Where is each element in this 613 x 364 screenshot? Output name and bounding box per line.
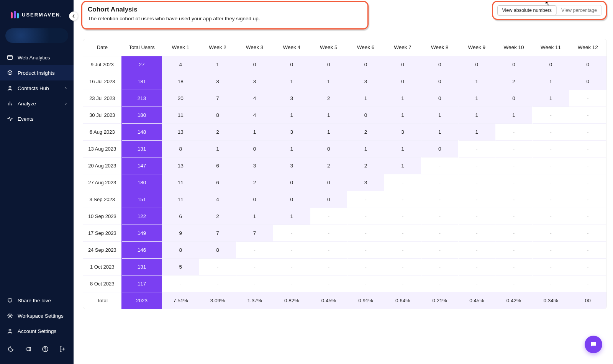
- footer-week: 0.45%: [458, 292, 495, 309]
- cell-total: 180: [121, 174, 162, 191]
- collapse-sidebar-button[interactable]: [69, 11, 78, 21]
- nav-label: Events: [18, 116, 33, 122]
- cell-week: 0: [384, 73, 421, 90]
- cell-week: 1: [236, 208, 273, 225]
- cell-week: 0: [495, 56, 533, 73]
- cell-week: 0: [421, 90, 458, 107]
- cell-week: 6: [199, 174, 236, 191]
- cell-total: 27: [121, 56, 162, 73]
- cell-week: 3: [236, 73, 273, 90]
- cell-week: -: [495, 191, 533, 208]
- cell-week: 2: [495, 73, 533, 90]
- cell-week: -: [532, 208, 569, 225]
- cell-week: 9: [162, 225, 199, 241]
- cell-week: 3: [347, 174, 384, 191]
- table-row: 3 Sep 2023151114000-------: [83, 191, 606, 208]
- cell-week: -: [347, 191, 384, 208]
- cell-week: -: [421, 157, 458, 174]
- cell-week: -: [495, 241, 533, 258]
- chat-icon: [590, 341, 597, 348]
- cell-week: 11: [162, 107, 199, 123]
- moon-button[interactable]: [7, 345, 16, 353]
- cell-week: -: [458, 275, 495, 292]
- cell-week: -: [532, 191, 569, 208]
- table-row: 1 Oct 20231315-----------: [83, 258, 606, 275]
- cell-week: -: [569, 157, 606, 174]
- nav-item-product-insights[interactable]: Product Insights: [0, 65, 74, 80]
- bottom-item-account-settings[interactable]: Account Settings: [0, 323, 74, 339]
- activity-icon: [7, 115, 13, 122]
- cell-week: 1: [310, 123, 347, 140]
- table-row: 24 Sep 202314688----------: [83, 241, 606, 258]
- cell-week: 2: [310, 157, 347, 174]
- cell-week: -: [273, 225, 310, 241]
- megaphone-button[interactable]: [24, 345, 33, 353]
- nav-item-web-analytics[interactable]: Web Analytics: [0, 50, 74, 65]
- cell-week: 11: [162, 191, 199, 208]
- cell-week: 1: [199, 56, 236, 73]
- cell-total: 117: [121, 275, 162, 292]
- cell-week: -: [495, 258, 533, 275]
- cell-week: 1: [199, 140, 236, 157]
- cell-week: 3: [273, 157, 310, 174]
- cell-week: -: [347, 208, 384, 225]
- cell-total: 131: [121, 140, 162, 157]
- cell-week: 7: [199, 225, 236, 241]
- cell-date: 16 Jul 2023: [83, 73, 121, 90]
- window-icon: [7, 54, 13, 61]
- cell-week: -: [532, 241, 569, 258]
- cell-week: -: [310, 208, 347, 225]
- cell-week: 2: [199, 123, 236, 140]
- cell-week: -: [495, 157, 533, 174]
- cell-week: -: [495, 140, 533, 157]
- cell-week: -: [532, 107, 569, 123]
- secondary-nav: Share the loveWorkspace SettingsAccount …: [0, 293, 74, 339]
- cell-week: -: [569, 123, 606, 140]
- col-header: Week 12: [569, 39, 606, 56]
- table-row: 9 Jul 202327410000000000: [83, 56, 606, 73]
- cell-week: -: [458, 140, 495, 157]
- cell-week: 13: [162, 157, 199, 174]
- cell-week: 8: [162, 140, 199, 157]
- cell-week: -: [458, 191, 495, 208]
- cell-week: 0: [310, 140, 347, 157]
- col-header: Week 8: [421, 39, 458, 56]
- workspace-switcher[interactable]: [5, 28, 68, 43]
- footer-week: 0.42%: [495, 292, 533, 309]
- cell-total: 181: [121, 73, 162, 90]
- cell-week: -: [273, 258, 310, 275]
- cell-week: -: [310, 225, 347, 241]
- nav-item-events[interactable]: Events: [0, 111, 74, 126]
- footer-week: 0.34%: [532, 292, 569, 309]
- cell-week: 0: [273, 174, 310, 191]
- brand-name: USERMAVEN.: [22, 12, 62, 18]
- bottom-item-workspace-settings[interactable]: Workspace Settings: [0, 308, 74, 323]
- cell-week: -: [347, 275, 384, 292]
- nav-item-analyze[interactable]: Analyze›: [0, 96, 74, 111]
- col-header: Total Users: [121, 39, 162, 56]
- nav-label: Contacts Hub: [18, 85, 49, 91]
- cell-week: -: [495, 225, 533, 241]
- chat-button[interactable]: [585, 336, 602, 353]
- help-button[interactable]: [41, 345, 49, 353]
- view-percentage-button[interactable]: View percentage: [557, 5, 602, 15]
- heart-icon: [7, 297, 13, 304]
- logo[interactable]: USERMAVEN.: [0, 0, 74, 25]
- cell-week: 1: [384, 90, 421, 107]
- logout-button[interactable]: [58, 345, 66, 353]
- cell-week: 0: [569, 73, 606, 90]
- bottom-item-share-the-love[interactable]: Share the love: [0, 293, 74, 308]
- user-icon: [7, 85, 13, 92]
- cell-week: -: [458, 241, 495, 258]
- table-row: 8 Oct 2023117------------: [83, 275, 606, 292]
- nav-item-contacts-hub[interactable]: Contacts Hub›: [0, 80, 74, 96]
- table-row: 27 Aug 20231801162003------: [83, 174, 606, 191]
- cell-total: 146: [121, 241, 162, 258]
- cell-week: -: [569, 241, 606, 258]
- page-title-box: Cohort Analysis The retention cohort of …: [81, 1, 369, 30]
- cell-week: -: [421, 208, 458, 225]
- moon-icon: [8, 346, 15, 353]
- cell-week: 1: [458, 90, 495, 107]
- cell-week: 1: [310, 107, 347, 123]
- cell-date: 13 Aug 2023: [83, 140, 121, 157]
